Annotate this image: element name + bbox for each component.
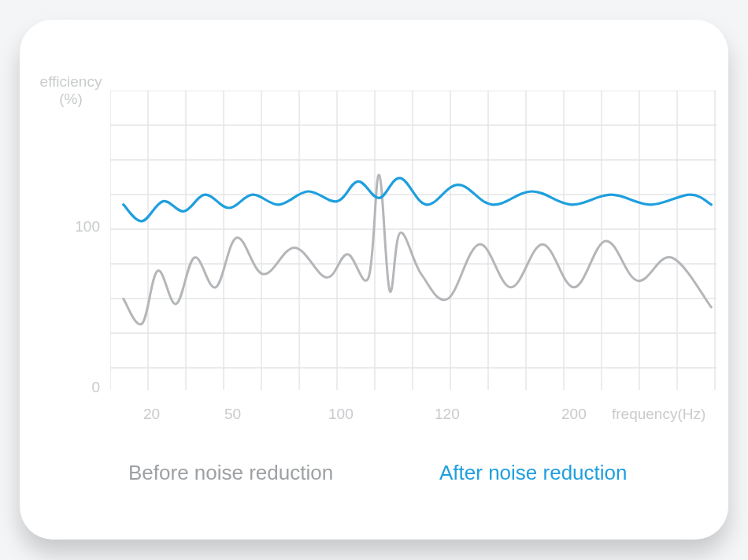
x-axis-label: frequency(Hz) bbox=[612, 406, 705, 423]
x-tick-120: 120 bbox=[435, 406, 460, 423]
y-tick-0: 0 bbox=[53, 379, 100, 396]
y-axis-label: efficiency (%) bbox=[35, 73, 106, 108]
legend-before: Before noise reduction bbox=[128, 461, 333, 485]
x-tick-50: 50 bbox=[224, 406, 241, 423]
series-after-line bbox=[124, 178, 712, 221]
chart-plot bbox=[110, 91, 717, 406]
y-axis-label-line1: efficiency bbox=[40, 73, 102, 90]
chart-card: efficiency (%) 100 0 bbox=[20, 20, 728, 540]
legend-after: After noise reduction bbox=[439, 461, 627, 485]
gridlines bbox=[110, 91, 717, 390]
x-tick-20: 20 bbox=[143, 406, 160, 423]
x-tick-200: 200 bbox=[561, 406, 587, 423]
y-axis-label-line2: (%) bbox=[59, 91, 83, 107]
x-tick-100: 100 bbox=[328, 406, 354, 423]
y-tick-100: 100 bbox=[53, 218, 100, 235]
